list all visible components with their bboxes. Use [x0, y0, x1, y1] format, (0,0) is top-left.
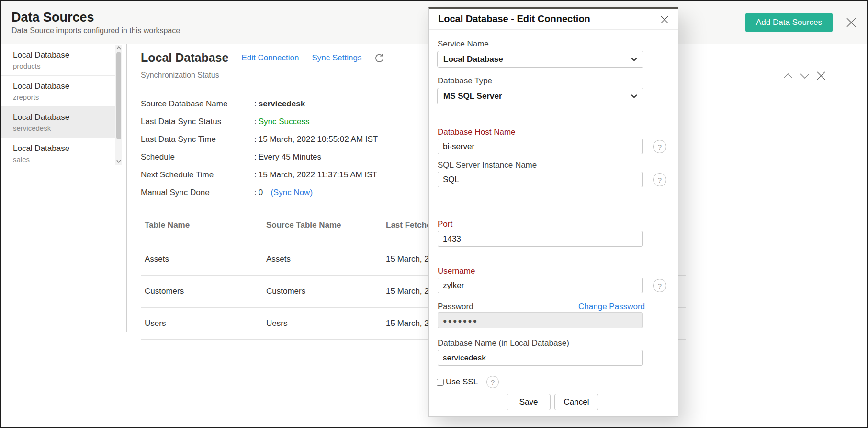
- refresh-icon[interactable]: [374, 53, 384, 63]
- detail-label: Manual Sync Done: [141, 188, 254, 197]
- sidebar-item-sales[interactable]: Local Databasesales: [1, 138, 115, 169]
- detail-row: Last Data Sync Time:15 March, 2022 10:55…: [141, 130, 428, 148]
- database-type-label: Database Type: [438, 76, 492, 86]
- detail-value: :0(Sync Now): [254, 188, 313, 197]
- cancel-button[interactable]: Cancel: [554, 394, 598, 410]
- sidebar-item-products[interactable]: Local Databaseproducts: [1, 45, 115, 76]
- add-data-sources-button[interactable]: Add Data Sources: [745, 13, 833, 32]
- scroll-down-icon[interactable]: [116, 158, 122, 164]
- change-password-link[interactable]: Change Password: [578, 302, 645, 312]
- next-datasource-icon[interactable]: [799, 72, 811, 80]
- detail-colon: :: [254, 152, 257, 162]
- sync-settings-link[interactable]: Sync Settings: [312, 53, 361, 63]
- datasource-table: sales: [13, 155, 115, 163]
- table-cell: Customers: [145, 287, 266, 296]
- datasource-list: Local DatabaseproductsLocal Databasezrep…: [1, 45, 115, 169]
- page-title: Data Sources: [11, 10, 180, 25]
- database-type-value: MS SQL Server: [443, 92, 502, 101]
- host-name-label: Database Host Name: [438, 127, 516, 137]
- port-input[interactable]: [438, 231, 643, 247]
- edit-connection-link[interactable]: Edit Connection: [241, 53, 299, 63]
- edit-connection-modal: Local Database - Edit Connection Service…: [428, 7, 678, 417]
- detail-value-text: 0: [259, 188, 263, 197]
- datasource-table: products: [13, 62, 115, 70]
- detail-value: :15 March, 2022 10:55:02 AM IST: [254, 135, 378, 144]
- datasource-table: servicedesk: [13, 124, 115, 132]
- detail-row: Schedule:Every 45 Minutes: [141, 148, 428, 166]
- scroll-up-icon[interactable]: [116, 46, 122, 51]
- detail-row: Manual Sync Done:0(Sync Now): [141, 184, 428, 201]
- sidebar: Local DatabaseproductsLocal Databasezrep…: [1, 44, 127, 332]
- page-header-right: Add Data Sources: [745, 13, 857, 32]
- detail-value-text: 15 March, 2022 11:37:15 AM IST: [259, 170, 377, 179]
- use-ssl-help-icon[interactable]: ?: [486, 376, 499, 388]
- detail-colon: :: [254, 170, 257, 179]
- detail-colon: :: [254, 117, 257, 126]
- service-name-select[interactable]: Local Database: [437, 51, 643, 68]
- detail-value: :Every 45 Minutes: [254, 152, 321, 162]
- app-root: Data Sources Data Source imports configu…: [0, 0, 868, 428]
- save-button[interactable]: Save: [507, 394, 551, 410]
- table-column-header: Table Name: [145, 220, 266, 243]
- table-cell: Assets: [145, 254, 266, 264]
- username-input[interactable]: [438, 278, 643, 293]
- prev-datasource-icon[interactable]: [782, 72, 794, 80]
- table-cell: Users: [145, 319, 266, 328]
- page-subtitle: Data Source imports configured in this w…: [11, 26, 180, 35]
- table-column-header: Source Table Name: [266, 220, 386, 243]
- host-name-input[interactable]: [438, 139, 643, 154]
- sync-now-link[interactable]: (Sync Now): [271, 188, 313, 197]
- sql-instance-help-icon[interactable]: ?: [653, 173, 666, 186]
- detail-label: Last Data Sync Time: [141, 135, 254, 144]
- table-cell: Assets: [266, 254, 386, 264]
- detail-row: Last Data Sync Status:Sync Success: [141, 113, 428, 130]
- use-ssl-checkbox[interactable]: [437, 379, 444, 386]
- detail-label: Schedule: [141, 152, 254, 162]
- username-label: Username: [438, 266, 475, 276]
- service-name-label: Service Name: [438, 39, 489, 49]
- database-name-input[interactable]: [438, 350, 643, 366]
- page-header-left: Data Sources Data Source imports configu…: [11, 10, 180, 35]
- detail-value-text: servicedesk: [259, 99, 305, 108]
- datasource-name: Local Database: [13, 50, 115, 60]
- section-title: Synchronization Status: [141, 71, 219, 80]
- detail-label: Last Data Sync Status: [141, 117, 254, 127]
- detail-value-text: Sync Success: [259, 117, 310, 126]
- host-help-icon[interactable]: ?: [653, 140, 666, 153]
- datasource-name: Local Database: [13, 144, 115, 153]
- detail-value-text: 15 March, 2022 10:55:02 AM IST: [259, 135, 378, 144]
- detail-value: :15 March, 2022 11:37:15 AM IST: [254, 170, 377, 180]
- modal-header: Local Database - Edit Connection: [429, 9, 678, 30]
- detail-value-text: Every 45 Minutes: [259, 152, 321, 162]
- sql-instance-input[interactable]: [438, 172, 643, 187]
- use-ssl-label: Use SSL: [446, 377, 478, 387]
- sidebar-item-servicedesk[interactable]: Local Databaseservicedesk: [1, 107, 115, 138]
- datasource-nav-icons: [782, 70, 827, 81]
- datasource-title: Local Database: [141, 51, 228, 65]
- datasource-title-row: Local Database Edit Connection Sync Sett…: [141, 51, 384, 65]
- detail-colon: :: [254, 99, 257, 108]
- modal-close-icon[interactable]: [659, 14, 670, 25]
- detail-row: Next Schedule Time:15 March, 2022 11:37:…: [141, 166, 428, 184]
- page-close-icon[interactable]: [845, 16, 857, 29]
- username-help-icon[interactable]: ?: [653, 279, 666, 292]
- sidebar-scrollbar[interactable]: [115, 45, 122, 165]
- detail-value: :servicedesk: [254, 99, 305, 109]
- sql-instance-label: SQL Server Instance Name: [438, 161, 537, 170]
- scrollbar-thumb[interactable]: [116, 52, 121, 139]
- datasource-name: Local Database: [13, 113, 115, 122]
- detail-row: Source Database Name:servicedesk: [141, 95, 428, 113]
- chevron-down-icon: [631, 94, 637, 98]
- use-ssl-row: Use SSL ?: [437, 376, 499, 388]
- password-input: [438, 312, 643, 328]
- detail-value: :Sync Success: [254, 117, 310, 127]
- close-panel-icon[interactable]: [815, 70, 827, 81]
- detail-label: Source Database Name: [141, 99, 254, 109]
- datasource-table: zreports: [13, 93, 115, 101]
- port-label: Port: [438, 220, 452, 229]
- database-type-select[interactable]: MS SQL Server: [437, 88, 643, 104]
- table-cell: Uesrs: [266, 319, 386, 328]
- sidebar-item-zreports[interactable]: Local Databasezreports: [1, 76, 115, 107]
- password-label: Password: [438, 302, 473, 312]
- table-cell: Customers: [266, 287, 386, 296]
